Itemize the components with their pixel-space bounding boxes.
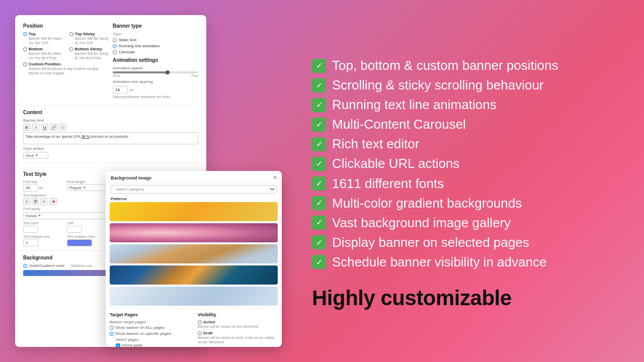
type-carousel[interactable]: Carousel [113,50,198,54]
font-family-row: Font family Roboto ▾ [23,207,109,219]
feature-text-9: Vast background image gallery [332,214,511,232]
align-right-button[interactable]: ≡ [40,198,47,205]
underline-button[interactable]: U [41,124,48,131]
divider-1 [23,105,198,106]
animation-speed-slider[interactable] [113,71,198,73]
home-page-checkbox[interactable]: ✓ [116,343,120,347]
card-front-header: Background Image ✕ [106,171,282,183]
gallery-item-light[interactable] [110,287,278,306]
image-gallery [106,202,282,306]
solid-gradient-radio[interactable] [23,264,27,268]
animation-spacing-row: Animation line spacing px Spacing betwee… [113,79,198,99]
banner-type-section: Banner type Type Static text Running lin… [113,23,198,101]
vis-scheduled-option[interactable]: Scheduled Banner will be shown on the St… [198,346,278,347]
position-custom[interactable]: Custom Position Banner will be placed at… [23,62,109,75]
link-button[interactable]: 🔗 [50,124,57,131]
patterns-label: Patterns [106,196,282,202]
gallery-item-blue[interactable] [110,265,278,285]
slow-label: Slow [113,74,120,77]
shadow-color-col: Text shadow color [67,235,109,246]
animation-spacing-unit: px [130,88,133,92]
type-running-radio[interactable] [113,44,117,48]
feature-text-8: Multi-color gradient backgrounds [332,195,522,212]
show-specific-radio[interactable] [110,332,114,336]
font-size-unit: px [39,186,43,190]
show-all-radio[interactable] [110,326,114,330]
feature-text-1: Top, bottom & custom banner positions [332,57,558,74]
font-size-label: Font size [23,180,65,184]
align-left-button[interactable]: ≡ [23,198,30,205]
font-weight-select[interactable]: Regular ▾ [67,184,109,191]
type-static-radio[interactable] [113,38,117,42]
check-icon-7: ✓ [312,176,326,191]
check-icon-2: ✓ [312,78,326,93]
check-icon-3: ✓ [312,98,326,112]
shadow-size-input[interactable] [23,239,38,246]
position-top-radio[interactable] [23,32,27,36]
vis-active-option[interactable]: Active Banner will be shown on the Store… [198,320,278,329]
type-static[interactable]: Static text [113,38,198,42]
gallery-item-gold[interactable] [110,202,278,221]
position-bottom-sub: Banner Will Be Static On The BOTTOM [29,51,63,60]
position-top[interactable]: Top Banner Will Be Static On The TOP [23,32,63,45]
click-action-label: Click action [23,146,198,151]
category-select[interactable]: Select category [111,185,277,194]
click-action-row: Click action None ▾ [23,146,198,159]
line-swatch[interactable] [67,226,82,233]
vis-scheduled-row: Scheduled [198,346,278,347]
text-shadow-row: Text shadow size Text shadow color [23,235,109,246]
font-size-input[interactable] [23,184,38,192]
vis-active-radio[interactable] [198,320,202,324]
banner-text-area[interactable]: Take advantage of our special 10% 20 % d… [23,132,198,144]
font-weight-col: Font weight Regular ▾ [67,180,109,192]
position-bottom-sticky[interactable]: Bottom Sticky Banner Will Be Sticky At T… [69,47,109,60]
home-page-option[interactable]: ✓ Home page [116,343,190,347]
check-icon-9: ✓ [312,216,326,230]
text-align-row: Text Alignment ≡ ☰ ≡ ✕ [23,194,109,205]
content-section: Content Banner text B I U 🔗 ☺ Take advan… [23,110,198,159]
vis-draft-sub: Banner will be saved as draft. It will n… [198,335,278,344]
position-top-sticky[interactable]: Top Sticky Banner Will Be Sticky At The … [69,32,109,45]
show-all-option[interactable]: Show banner on ALL pages [110,325,190,330]
fast-label: Fast [191,74,198,77]
font-weight-label: Font weight [67,180,109,184]
card-front-title: Background Image [111,175,151,180]
position-bottom-radio[interactable] [23,47,27,51]
font-size-input-row: px [23,184,65,192]
gallery-img-light [110,287,278,306]
vis-draft-option[interactable]: Draft Banner will be saved as draft. It … [198,331,278,344]
vis-draft-radio[interactable] [198,331,202,335]
check-icon-4: ✓ [312,118,326,132]
shadow-color-swatch[interactable] [67,239,92,246]
font-family-select[interactable]: Roboto ▾ [23,212,109,219]
position-bottom-sticky-radio[interactable] [69,47,73,51]
italic-button[interactable]: I [32,124,39,131]
emoji-button[interactable]: ☺ [59,124,66,131]
align-delete-button[interactable]: ✕ [50,198,57,205]
position-top-sticky-radio[interactable] [69,32,73,36]
position-custom-radio[interactable] [23,62,27,66]
shadow-size-col: Text shadow size [23,235,65,246]
gallery-item-marble[interactable] [110,244,278,263]
bold-button[interactable]: B [23,124,30,131]
animation-spacing-input[interactable] [113,86,128,94]
content-title: Content [23,110,198,115]
align-center-button[interactable]: ☰ [32,198,39,205]
position-top-row: Top Banner Will Be Static On The TOP Top… [23,32,109,45]
type-carousel-radio[interactable] [113,50,117,54]
position-bottom[interactable]: Bottom Banner Will Be Static On The BOTT… [23,47,63,60]
show-specific-option[interactable]: Show banner on specific pages [110,331,190,336]
feature-item-6: ✓ Clickable URL actions [312,155,624,172]
close-icon[interactable]: ✕ [273,175,277,180]
gallery-item-pink[interactable] [110,223,278,242]
click-action-select[interactable]: None ▾ [23,152,48,159]
main-container: Position Top Banner Will Be Static On Th… [0,0,644,362]
shadow-col-label: Shadow col... [70,263,95,268]
text-color-swatch[interactable] [23,226,38,233]
features-list: ✓ Top, bottom & custom banner positions … [312,57,624,271]
specific-pages-list: Select pages ✓ Home page Shopping cart p… [110,337,190,347]
type-running[interactable]: Running line animation [113,44,198,48]
text-color-label: Text color [23,221,65,225]
animation-settings-title: Animation settings [113,57,198,63]
text-style-title: Text Style [23,171,109,177]
